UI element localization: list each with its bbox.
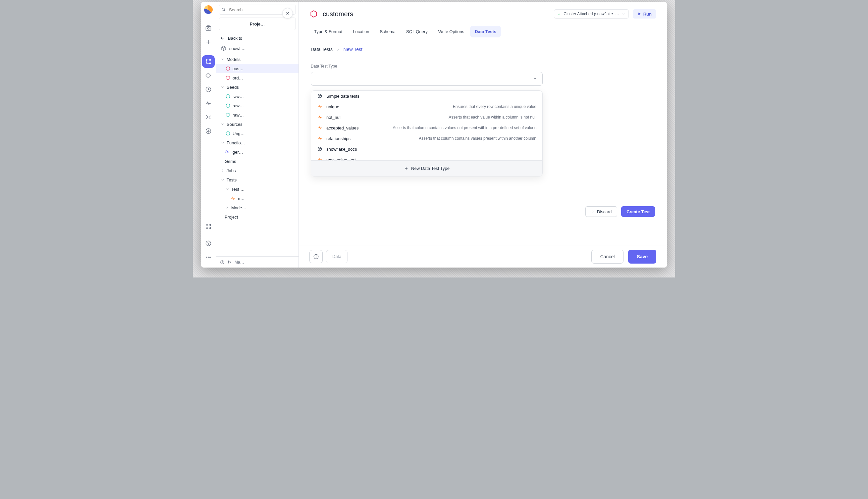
modal-tabs: Type & FormatLocationSchemaSQL QueryWrit… (299, 26, 667, 37)
logo-icon (204, 5, 213, 14)
icon-rail (201, 2, 216, 268)
sidebar-tree: Models cus… ord… Seeds raw… raw… raw… So… (216, 54, 299, 222)
svg-point-32 (228, 260, 229, 261)
tree-model-customers[interactable]: cus… (216, 64, 299, 73)
svg-point-5 (206, 59, 207, 60)
dropdown-footer-label: New Data Test Type (411, 166, 449, 171)
new-data-test-type-button[interactable]: New Data Test Type (311, 160, 542, 176)
save-button[interactable]: Save (628, 250, 656, 264)
rail-add-icon[interactable] (202, 36, 215, 48)
project-header[interactable]: Proje… (219, 17, 296, 30)
back-button[interactable]: Back to (216, 34, 299, 43)
tree-sources[interactable]: Sources (216, 120, 299, 129)
tab-data-tests[interactable]: Data Tests (470, 26, 501, 37)
tree-project[interactable]: Project (216, 212, 299, 221)
svg-point-23 (208, 257, 209, 258)
pulse-icon (317, 157, 322, 160)
svg-point-1 (208, 27, 209, 29)
tree-test-sub-0[interactable]: n… (216, 194, 299, 203)
svg-point-25 (222, 8, 224, 10)
tree-seed-0[interactable]: raw… (216, 92, 299, 101)
tree-seed-2[interactable]: raw… (216, 110, 299, 120)
dropdown-option-desc: Asserts that each value within a column … (449, 115, 537, 120)
dropdown-option-relationships[interactable]: relationshipsAsserts that column contain… (311, 133, 542, 144)
close-button[interactable] (282, 8, 293, 19)
chevron-down-icon (622, 12, 625, 15)
data-test-type-select[interactable] (311, 72, 543, 86)
tree-seeds[interactable]: Seeds (216, 83, 299, 92)
discard-button[interactable]: Discard (586, 206, 617, 217)
cube-icon (317, 93, 322, 99)
info-button[interactable] (310, 250, 323, 263)
pulse-icon (317, 104, 322, 109)
create-test-label: Create Test (626, 209, 650, 214)
dropdown-option-not-null[interactable]: not_nullAsserts that each value within a… (311, 112, 542, 122)
svg-rect-17 (209, 224, 211, 226)
tree-source-0[interactable]: Ung… (216, 129, 299, 138)
branch-icon (227, 260, 232, 265)
svg-point-31 (222, 261, 222, 261)
tab-schema[interactable]: Schema (375, 26, 400, 37)
rail-camera-icon[interactable] (202, 22, 215, 34)
tree-models[interactable]: Models (216, 54, 299, 64)
tree-functions[interactable]: Functio… (216, 138, 299, 147)
tree-gems[interactable]: Gems (216, 157, 299, 166)
tree-mode[interactable]: Mode… (216, 203, 299, 212)
rail-apps-icon[interactable] (202, 220, 215, 233)
tab-type-format[interactable]: Type & Format (310, 26, 347, 37)
dropdown-option-snowflake-docs[interactable]: snowflake_docs (311, 144, 542, 154)
tab-write-options[interactable]: Write Options (434, 26, 469, 37)
data-pill[interactable]: Data (326, 250, 348, 263)
dropdown-option-accepted-values[interactable]: accepted_valuesAsserts that column conta… (311, 122, 542, 133)
dropdown-option-max-value-test[interactable]: max_value_test (311, 154, 542, 160)
cancel-button[interactable]: Cancel (591, 250, 624, 264)
sidebar-footer[interactable]: Ma… (216, 256, 299, 268)
cluster-dropdown[interactable]: Cluster Attached (snowflake_… (554, 9, 628, 19)
tab-sql-query[interactable]: SQL Query (401, 26, 432, 37)
dropdown-option-name: accepted_values (326, 125, 359, 131)
check-icon (557, 12, 561, 15)
field-label: Data Test Type (311, 64, 543, 69)
tab-location[interactable]: Location (348, 26, 374, 37)
dropdown-option-name: not_null (326, 115, 341, 120)
dropdown-option-name: relationships (326, 136, 350, 141)
rail-more-icon[interactable] (202, 251, 215, 264)
svg-rect-16 (206, 224, 208, 226)
rail-activity-icon[interactable] (202, 97, 215, 110)
tree-seed-1[interactable]: raw… (216, 101, 299, 110)
fx-icon: fx (225, 149, 231, 155)
tree-model-orders[interactable]: ord… (216, 73, 299, 83)
sidebar-project-row[interactable]: snowfl… (216, 43, 299, 54)
pulse-icon (317, 136, 322, 141)
tree-test-0[interactable]: Test … (216, 184, 299, 194)
hex-icon (225, 103, 231, 108)
rail-history-icon[interactable] (202, 83, 215, 96)
run-button[interactable]: Run (633, 9, 656, 19)
arrow-left-icon (220, 35, 225, 41)
dropdown-option-unique[interactable]: uniqueEnsures that every row contains a … (311, 101, 542, 112)
tree-jobs[interactable]: Jobs (216, 166, 299, 175)
dropdown-option-name: unique (326, 104, 339, 109)
discard-label: Discard (597, 209, 612, 214)
tree-func-0[interactable]: fxger… (216, 147, 299, 157)
dropdown-option-desc: Ensures that every row contains a unique… (453, 104, 537, 109)
modal: customers Cluster Attached (snowflake_… … (299, 2, 667, 268)
rail-help-icon[interactable] (202, 237, 215, 250)
create-test-button[interactable]: Create Test (621, 206, 655, 217)
dropdown-option-desc: Asserts that column contains values pres… (419, 136, 537, 141)
pulse-icon (317, 125, 322, 131)
crumb-new-test: New Test (343, 47, 362, 52)
sidebar-footer-label: Ma… (234, 260, 244, 265)
cube-icon (221, 45, 227, 51)
crumb-data-tests[interactable]: Data Tests (311, 47, 333, 52)
rail-diamond-icon[interactable] (202, 69, 215, 82)
dropdown-option-simple-data-tests[interactable]: Simple data tests (311, 91, 542, 101)
rail-pipeline-icon[interactable] (202, 55, 215, 68)
dropdown-option-name: snowflake_docs (326, 147, 357, 152)
rail-config-icon[interactable] (202, 111, 215, 123)
hex-icon (225, 66, 231, 71)
rail-download-icon[interactable] (202, 125, 215, 137)
model-icon (310, 10, 318, 18)
tree-tests[interactable]: Tests (216, 175, 299, 184)
close-icon (591, 210, 595, 214)
